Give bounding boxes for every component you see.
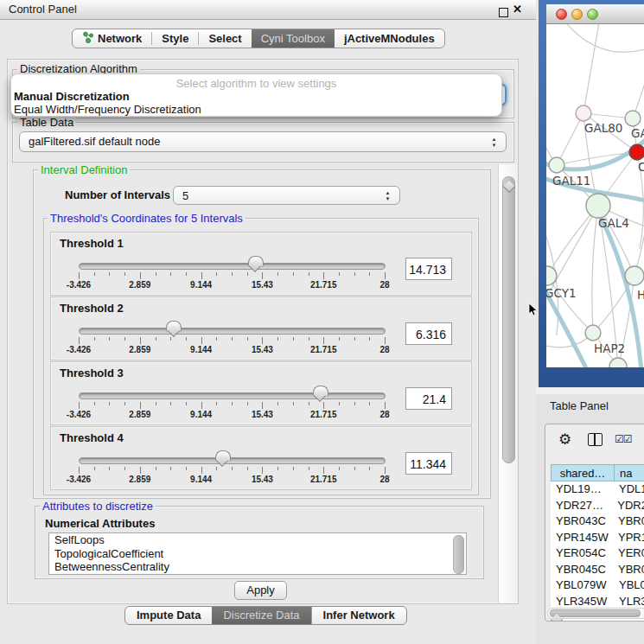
algorithm-option[interactable]: Equal Width/Frequency Discretization [11, 103, 501, 116]
vertical-scrollbar[interactable] [498, 164, 518, 603]
bottom-tab-discretize-data[interactable]: Discretize Data [212, 607, 310, 624]
apply-button[interactable]: Apply [234, 581, 287, 600]
numerical-attributes-list[interactable]: SelfLoopsTopologicalCoefficientBetweenne… [48, 532, 467, 575]
network-graph[interactable]: GAL80GACGAL11GAL4GCY1HHAP2 [546, 24, 644, 367]
minimize-traffic-light-icon[interactable] [571, 9, 583, 20]
node-selected-red[interactable] [629, 144, 644, 160]
table-row[interactable]: YLR345WYLR3 [551, 594, 644, 609]
tab-network[interactable]: Network [73, 29, 151, 48]
node-gal4[interactable] [586, 194, 610, 218]
node-bottom-partial[interactable] [609, 358, 627, 367]
slider-thumb[interactable] [313, 386, 328, 397]
close-traffic-light-icon[interactable] [556, 9, 567, 20]
slider-track[interactable] [79, 457, 386, 464]
scrollbar-thumb[interactable] [550, 609, 641, 617]
tab-cyni-toolbox[interactable]: Cyni Toolbox [252, 29, 335, 48]
attribute-list-item[interactable]: TopologicalCoefficient [49, 547, 466, 561]
tick-mark [354, 272, 355, 276]
table-data-combobox[interactable]: galFiltered.sif default node ▲▼ [19, 131, 507, 152]
tick-label: 15.43 [252, 345, 273, 354]
tab-label: Network [98, 32, 142, 45]
table-row[interactable]: YBR043CYBR0 [551, 513, 644, 530]
cell-name: YBR0 [614, 513, 644, 530]
table-row[interactable]: YBL079WYBL0 [551, 577, 644, 594]
network-edge[interactable] [547, 206, 598, 276]
cell-shared-name: YBL079W [551, 577, 615, 594]
network-edge[interactable] [633, 50, 644, 118]
tick-label: 28 [379, 475, 389, 484]
attributes-group-label: Attributes to discretize [40, 500, 156, 513]
tick-mark [156, 467, 156, 470]
tick-mark [369, 337, 370, 341]
node-top-right[interactable] [625, 111, 641, 126]
gear-icon[interactable]: ⚙ [558, 430, 571, 449]
tick-mark [216, 402, 217, 405]
bottom-tab-infer-network[interactable]: Infer Network [311, 607, 406, 624]
list-scrollbar-thumb[interactable] [453, 535, 464, 574]
tick-mark [170, 272, 171, 276]
tick-mark [309, 272, 309, 276]
table-data-value: galFiltered.sif default node [29, 135, 160, 148]
tick-mark [232, 467, 233, 470]
slider-track[interactable] [79, 328, 386, 335]
table-row[interactable]: YDL19…YDL1 [551, 481, 644, 498]
network-canvas[interactable]: GAL80GACGAL11GAL4GCY1HHAP2 [546, 24, 644, 367]
tick-label: 15.43 [252, 410, 273, 419]
threshold-value-field[interactable]: 14.713 [405, 258, 452, 280]
attribute-list-item[interactable]: BetweennessCentrality [49, 560, 466, 574]
node-label: GA [631, 126, 644, 140]
algorithm-option[interactable]: Manual Discretization [11, 90, 501, 103]
algorithm-hint-item[interactable]: Select algorithm to view settings [11, 74, 501, 90]
network-edge[interactable] [583, 24, 600, 113]
slider-thumb[interactable] [248, 256, 264, 267]
horizontal-scrollbar[interactable] [547, 608, 644, 619]
slider-thumb[interactable] [166, 321, 182, 332]
column-header-shared-name[interactable]: shared… [551, 464, 615, 481]
tick-mark [94, 402, 95, 405]
bottom-tab-impute-data[interactable]: Impute Data [125, 607, 212, 624]
threshold-value-field[interactable]: 21.4 [405, 387, 452, 410]
node-gal11[interactable] [549, 157, 564, 173]
tick-mark [109, 272, 110, 276]
threshold-label: Threshold 3 [60, 367, 124, 379]
node-gal80[interactable] [576, 105, 591, 121]
float-window-icon[interactable] [499, 8, 508, 17]
scrollbar-thumb[interactable] [502, 176, 515, 463]
network-edge[interactable] [557, 113, 583, 165]
column-checkboxes-icon[interactable]: ☑☑ [615, 433, 632, 445]
tick-mark [293, 402, 294, 405]
attribute-list-item[interactable]: SelfLoops [49, 533, 466, 547]
tick-mark [339, 402, 340, 405]
node-right-h[interactable] [625, 266, 644, 285]
zoom-traffic-light-icon[interactable] [587, 9, 598, 20]
number-of-intervals-combobox[interactable]: 5 ▲▼ [173, 186, 400, 205]
network-edge[interactable] [564, 24, 644, 52]
network-edge[interactable] [592, 206, 598, 333]
threshold-value-field[interactable]: 6.316 [405, 322, 452, 345]
table-row[interactable]: YER054CYER0 [551, 545, 644, 562]
close-icon[interactable]: ✕ [513, 3, 522, 16]
table-row[interactable]: YBR045CYBR0 [551, 562, 644, 578]
table-row[interactable]: YDR27…YDR2 [551, 498, 644, 514]
split-pane-icon[interactable] [588, 433, 603, 446]
slider-thumb[interactable] [215, 450, 231, 462]
slider-track[interactable] [79, 392, 386, 399]
tick-label: -3.426 [67, 410, 91, 419]
slider-track[interactable] [79, 263, 386, 270]
tab-style[interactable]: Style [152, 29, 198, 48]
tick-mark [170, 402, 171, 405]
tick-mark [156, 337, 156, 341]
tick-mark [262, 337, 263, 344]
column-header-name[interactable]: na [614, 464, 644, 481]
tick-mark [277, 467, 278, 470]
threshold-value-field[interactable]: 11.344 [405, 452, 452, 475]
node-hap2[interactable] [585, 325, 601, 341]
panel-gap [536, 387, 644, 394]
threshold-label: Threshold 1 [60, 237, 124, 250]
tab-jactivemnodules[interactable]: jActiveMNodules [335, 29, 444, 48]
tick-mark [339, 467, 340, 470]
network-edge[interactable] [634, 197, 644, 276]
tab-select[interactable]: Select [199, 29, 251, 48]
table-row[interactable]: YPR145WYPR1 [551, 530, 644, 546]
threshold-label: Threshold 4 [60, 431, 124, 444]
